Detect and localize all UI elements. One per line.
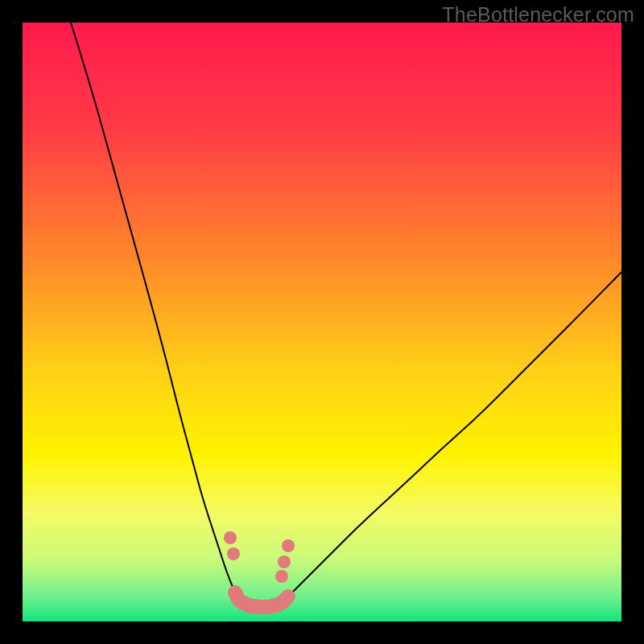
left-curve (71, 23, 239, 601)
curve-marker (275, 570, 288, 583)
curve-markers (224, 531, 295, 583)
curve-marker (278, 555, 291, 568)
curve-marker (282, 539, 295, 552)
curve-marker (224, 531, 237, 544)
right-curve (283, 272, 621, 602)
valley-basin (235, 592, 288, 607)
curves-svg (23, 23, 621, 621)
chart-frame: TheBottlenecker.com (0, 0, 644, 644)
curve-marker (227, 547, 240, 560)
watermark-text: TheBottlenecker.com (442, 3, 634, 27)
plot-area (23, 23, 621, 621)
